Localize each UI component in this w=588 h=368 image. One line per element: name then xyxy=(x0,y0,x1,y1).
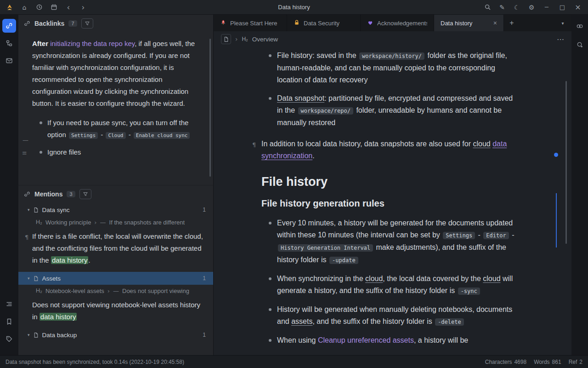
doc-bullet-list: File history: saved in the workspace/his… xyxy=(261,50,519,129)
block-gutter-dash-icon[interactable]: — xyxy=(23,134,28,146)
forward-icon[interactable]: › xyxy=(76,2,90,13)
pilcrow-icon: ¶ xyxy=(252,139,256,151)
search-icon[interactable] xyxy=(481,2,494,13)
doc-heading-2[interactable]: File history generation rules xyxy=(261,197,519,210)
backlinks-icon xyxy=(24,20,30,27)
mention-paragraph[interactable]: ¶ If there is a file conflict, the local… xyxy=(18,228,213,272)
breadcrumb-separator-icon: › xyxy=(94,219,96,226)
lock-icon xyxy=(294,19,300,27)
backlinks-filter-button[interactable] xyxy=(81,18,93,29)
document-icon xyxy=(33,276,39,282)
paragraph-block-icon: — xyxy=(100,219,106,226)
new-tab-button[interactable]: + xyxy=(504,15,520,31)
mention-breadcrumb[interactable]: H₂ Notebook-level assets › — Does not su… xyxy=(18,285,213,297)
doc-bullet[interactable]: When using Cleanup unreferenced assets, … xyxy=(277,334,519,346)
pilcrow-icon: ¶ xyxy=(25,231,28,243)
breadcrumb-separator-icon: › xyxy=(235,35,237,43)
mention-group-assets[interactable]: ▾ Assets 1 xyxy=(18,272,213,285)
chevron-down-icon[interactable]: ▾ xyxy=(28,333,30,337)
app-logo-icon[interactable] xyxy=(3,2,17,13)
graph-hierarchy-dock-icon[interactable] xyxy=(2,36,16,50)
mention-breadcrumb[interactable]: H₂ Working principle › — If the snapshot… xyxy=(18,216,213,228)
doc-paragraph[interactable]: ¶ In addition to local data history, dat… xyxy=(261,138,519,162)
more-options-icon[interactable]: ⋯ xyxy=(557,35,564,44)
status-message: Data snapshot has been synchronized, too… xyxy=(6,359,184,365)
backlinks-dock-icon[interactable] xyxy=(2,19,16,33)
breadcrumb: › H₂ Overview ⋯ xyxy=(214,31,571,47)
tab-please-start-here[interactable]: Please Start Here xyxy=(214,15,287,31)
app-window: ⌂ ‹ › Data history ✎ ☾ ⚙ ─ □ × xyxy=(0,0,588,368)
backlinks-scrollbar[interactable] xyxy=(209,39,211,177)
breadcrumb-separator-icon: › xyxy=(107,288,110,294)
heading-level-tag: H₂ xyxy=(36,219,42,225)
data-history-icon[interactable] xyxy=(32,2,46,13)
workspace-home-icon[interactable]: ⌂ xyxy=(17,2,31,13)
daily-note-icon[interactable] xyxy=(47,2,61,13)
mention-paragraph[interactable]: Does not support viewing notebook-level … xyxy=(18,297,213,328)
titlebar: ⌂ ‹ › Data history ✎ ☾ ⚙ ─ □ × xyxy=(0,0,588,15)
doc-bullet[interactable]: When synchronizing in the cloud, the loc… xyxy=(277,273,519,297)
mention-group-count: 1 xyxy=(203,332,206,338)
right-dock xyxy=(571,15,588,355)
stat-label: Characters xyxy=(485,359,512,365)
mentions-filter-button[interactable] xyxy=(79,189,91,199)
breadcrumb-snippet: If the snapshots are different xyxy=(109,219,185,226)
backlink-bullet[interactable]: If you need to pause sync, you can turn … xyxy=(47,117,203,142)
back-icon[interactable]: ‹ xyxy=(62,2,75,13)
paragraph-block-icon: — xyxy=(113,288,119,294)
mention-group-data-sync[interactable]: ▾ Data sync 1 xyxy=(18,203,213,216)
settings-gear-icon[interactable]: ⚙ xyxy=(525,2,538,13)
doc-bullet[interactable]: File history: saved in the workspace/his… xyxy=(277,50,519,86)
document-icon[interactable] xyxy=(221,34,231,44)
inbox-mail-dock-icon[interactable] xyxy=(2,54,16,68)
mentions-icon xyxy=(24,191,30,197)
scroll-position-line xyxy=(556,193,557,247)
block-gutter-list-icon[interactable]: ≡ xyxy=(22,147,27,159)
editor-scrollbar[interactable] xyxy=(565,81,567,244)
mention-group-label: Data backup xyxy=(42,332,77,339)
edit-mode-icon[interactable]: ✎ xyxy=(495,2,509,13)
mentions-header: Mentions 3 xyxy=(18,185,213,202)
editor[interactable]: File history: saved in the workspace/his… xyxy=(214,47,571,355)
tab-data-history[interactable]: Data history × xyxy=(434,15,504,31)
minimize-button[interactable]: ─ xyxy=(539,2,554,13)
theme-moon-icon[interactable]: ☾ xyxy=(510,2,524,13)
close-button[interactable]: × xyxy=(571,2,585,13)
tag-dock-icon[interactable] xyxy=(2,332,16,346)
tab-list-chevron-icon[interactable]: ▾ xyxy=(554,15,571,31)
document-stats: Characters4698 Words861 Ref2 xyxy=(485,359,582,365)
tab-label: Data history xyxy=(441,20,489,27)
main-area: Please Start Here Data Security Acknowle… xyxy=(214,15,571,355)
backlink-bullet-list: If you need to pause sync, you can turn … xyxy=(32,117,203,158)
mentions-list: ▾ Data sync 1 H₂ Working principle › — I… xyxy=(18,202,213,355)
mentions-count-badge: 3 xyxy=(67,191,75,197)
graph-circles-dock-icon[interactable] xyxy=(573,19,587,33)
heading-level-tag: H₂ xyxy=(36,288,42,294)
outline-dock-icon[interactable] xyxy=(2,297,16,311)
breadcrumb-heading: Working principle xyxy=(45,219,91,226)
backlink-bullet[interactable]: Ignore files xyxy=(47,146,203,158)
maximize-button[interactable]: □ xyxy=(555,2,570,13)
doc-bullet[interactable]: History will be generated when manually … xyxy=(277,304,519,328)
backlink-paragraph[interactable]: After initializing the data repo key, if… xyxy=(32,38,203,109)
doc-heading-1[interactable]: File history xyxy=(261,174,519,190)
chevron-down-icon[interactable]: ▾ xyxy=(28,207,30,212)
titlebar-right-actions: ✎ ☾ ⚙ ─ □ × xyxy=(481,2,585,13)
breadcrumb-heading[interactable]: Overview xyxy=(252,36,278,43)
stat-label: Words xyxy=(534,359,549,365)
document-icon xyxy=(33,332,39,338)
tab-data-security[interactable]: Data Security xyxy=(287,15,361,31)
mention-group-label: Assets xyxy=(42,275,61,282)
doc-bullet[interactable]: Every 10 minutes, a history will be gene… xyxy=(277,217,519,266)
stat-label: Ref xyxy=(569,359,577,365)
tab-label: Data Security xyxy=(304,20,354,27)
chevron-down-icon[interactable]: ▾ xyxy=(28,276,30,281)
bookmark-dock-icon[interactable] xyxy=(2,315,16,328)
tab-acknowledgements[interactable]: Acknowledgements xyxy=(361,15,434,31)
scroll-position-dot xyxy=(554,153,558,157)
global-graph-dock-icon[interactable] xyxy=(573,38,587,52)
doc-bullet[interactable]: Data snapshot: partitioned by file, encr… xyxy=(277,92,519,129)
tab-close-icon[interactable]: × xyxy=(493,19,497,27)
left-dock xyxy=(0,15,18,355)
mention-group-data-backup[interactable]: ▾ Data backup 1 xyxy=(18,328,213,341)
